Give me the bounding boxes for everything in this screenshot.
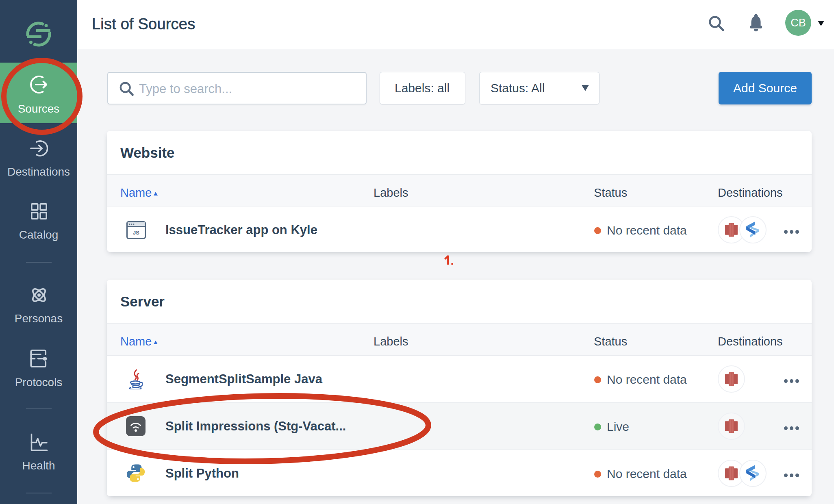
svg-text:JS: JS bbox=[133, 230, 139, 236]
